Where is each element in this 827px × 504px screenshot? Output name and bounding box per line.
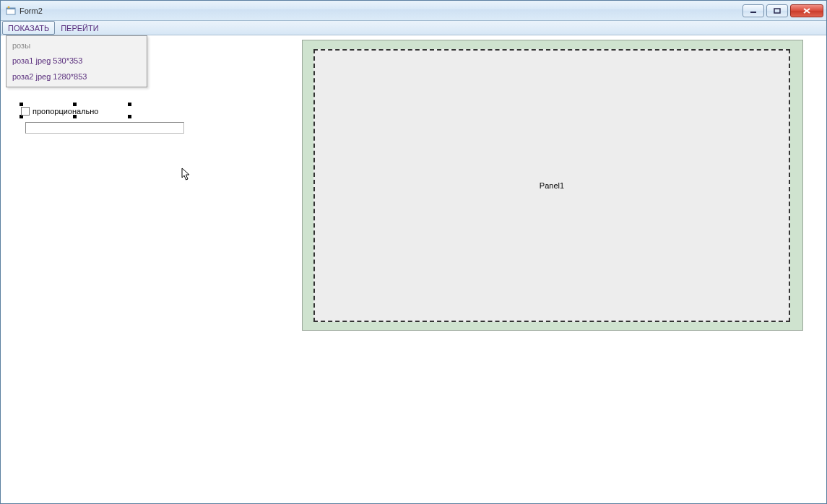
svg-point-2 (8, 6, 10, 8)
menu-go[interactable]: ПЕРЕЙТИ (55, 21, 104, 35)
panel1[interactable]: Panel1 (313, 49, 790, 322)
show-menu-dropdown: розы роза1 jpeg 530*353 роза2 jpeg 1280*… (6, 35, 147, 87)
svg-rect-4 (774, 9, 780, 13)
window-title: Form2 (20, 6, 43, 15)
dropdown-header: розы (8, 38, 145, 53)
app-icon (5, 5, 17, 17)
proportional-checkbox[interactable]: пропорционально (21, 105, 133, 118)
outer-panel[interactable]: Panel1 (302, 40, 803, 331)
menubar: ПОКАЗАТЬ ПЕРЕЙТИ (1, 21, 826, 35)
panel-caption: Panel1 (540, 181, 564, 190)
titlebar[interactable]: Form2 (1, 1, 826, 21)
form-designer-surface[interactable]: розы роза1 jpeg 530*353 роза2 jpeg 1280*… (1, 35, 826, 503)
close-button[interactable] (790, 4, 823, 17)
cursor-icon (181, 168, 193, 182)
minimize-button[interactable] (742, 4, 764, 17)
dropdown-item-rose1[interactable]: роза1 jpeg 530*353 (8, 53, 145, 69)
maximize-button[interactable] (766, 4, 788, 17)
menu-show[interactable]: ПОКАЗАТЬ (2, 21, 55, 35)
form-window: Form2 ПОКАЗАТЬ ПЕРЕЙТИ розы роза1 jpeg 5… (0, 0, 827, 504)
svg-rect-1 (7, 8, 15, 9)
dropdown-item-rose2[interactable]: роза2 jpeg 1280*853 (8, 69, 145, 84)
checkbox-box-icon (21, 107, 30, 116)
text-edit[interactable] (25, 122, 184, 134)
checkbox-label: пропорционально (33, 107, 98, 116)
